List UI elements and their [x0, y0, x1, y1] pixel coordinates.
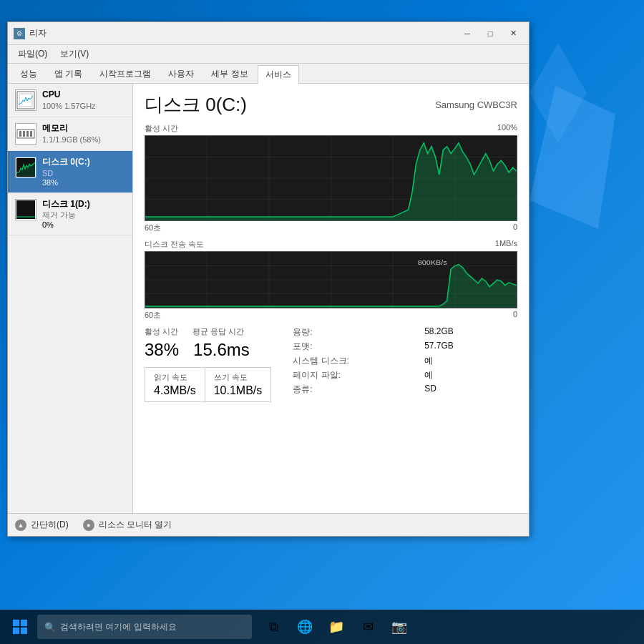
cpu-title: CPU [42, 89, 125, 101]
edge-icon: 🌐 [297, 619, 313, 635]
cpu-sub: 100% 1.57GHz [42, 101, 125, 111]
page-file-value: 예 [424, 369, 517, 381]
close-button[interactable]: ✕ [503, 26, 523, 42]
windows-logo [13, 620, 27, 634]
resource-monitor-icon: ● [83, 519, 94, 531]
active-time-value: 38% [145, 340, 179, 360]
disk1-text: 디스크 1(D:) 제거 가능 0% [42, 199, 125, 229]
svg-rect-9 [16, 200, 35, 219]
page-file-label: 페이지 파알: [293, 369, 413, 381]
maximize-button[interactable]: □ [480, 26, 500, 42]
read-speed-item: 읽기 속도 4.3MB/s [145, 368, 205, 401]
tab-details[interactable]: 세부 정보 [203, 64, 255, 83]
activity-min: 0 [513, 223, 517, 233]
camera-icon: 📷 [391, 619, 407, 635]
write-speed-label: 쓰기 속도 [214, 372, 263, 383]
edge-browser[interactable]: 🌐 [292, 614, 318, 640]
tab-app-history[interactable]: 앱 기록 [47, 64, 90, 83]
sidebar-item-cpu[interactable]: CPU 100% 1.57GHz [8, 84, 132, 117]
write-speed-item: 쓰기 속도 10.1MB/s [205, 368, 271, 401]
disk-title: 디스크 0(C:) [145, 92, 247, 117]
stats-values: 38% 15.6ms [145, 340, 271, 360]
svg-rect-4 [23, 131, 25, 137]
tab-services[interactable]: 서비스 [258, 65, 299, 84]
tab-startup[interactable]: 시작프로그램 [92, 64, 159, 83]
task-view-button[interactable]: ⧉ [260, 614, 286, 640]
title-bar-left: ⚙ 리자 [14, 27, 47, 39]
transfer-max: 1MB/s [495, 239, 517, 250]
search-placeholder: 검색하려면 여기에 입력하세요 [60, 621, 177, 633]
disk0-text: 디스크 0(C:) SD 38% [42, 157, 125, 187]
activity-chart-bottom: 60초 0 [145, 223, 517, 233]
sidebar: CPU 100% 1.57GHz [8, 84, 133, 513]
task-view-icon: ⧉ [269, 620, 278, 635]
taskbar-search[interactable]: 🔍 검색하려면 여기에 입력하세요 [37, 615, 252, 639]
activity-chart-section: 활성 시간 100% [145, 123, 517, 233]
title-bar: ⚙ 리자 ─ □ ✕ [8, 22, 529, 45]
avg-response-value: 15.6ms [193, 340, 250, 360]
transfer-chart-bottom: 60초 0 [145, 310, 517, 321]
disk-model: Samsung CWBC3R [435, 99, 517, 110]
type-value: SD [424, 384, 517, 396]
activity-time: 60초 [145, 223, 161, 233]
mail-app[interactable]: ✉ [355, 614, 381, 640]
transfer-chart-section: 디스크 전송 속도 1MB/s [145, 239, 517, 321]
memory-text: 메모리 1.1/1.9GB (58%) [42, 123, 125, 145]
transfer-chart-labels: 디스크 전송 속도 1MB/s [145, 239, 517, 250]
capacity-value: 58.2GB [424, 326, 517, 338]
cpu-mini-icon [15, 89, 36, 111]
sidebar-item-disk0[interactable]: 디스크 0(C:) SD 38% [8, 151, 132, 193]
start-button[interactable] [6, 613, 34, 641]
disk1-percent: 0% [42, 220, 125, 229]
window-title: 리자 [29, 27, 47, 39]
format-value: 57.7GB [424, 341, 517, 353]
memory-mini-icon [15, 123, 36, 145]
activity-max: 100% [497, 123, 517, 134]
transfer-min: 0 [513, 310, 517, 321]
simple-icon: ▲ [15, 519, 26, 531]
task-manager-window: ⚙ 리자 ─ □ ✕ 파일(O) 보기(V) 성능 앱 기록 시작프로그램 사용… [7, 21, 530, 537]
svg-rect-6 [30, 131, 32, 137]
taskbar-icons: ⧉ 🌐 📁 ✉ 📷 [260, 614, 412, 640]
menu-file[interactable]: 파일(O) [12, 46, 53, 62]
menu-view[interactable]: 보기(V) [54, 46, 94, 62]
mail-icon: ✉ [363, 619, 374, 635]
disk0-percent: 38% [42, 178, 125, 187]
tab-performance[interactable]: 성능 [12, 64, 45, 83]
disk1-title: 디스크 1(D:) [42, 199, 125, 210]
stats-left: 활성 시간 평균 응답 시간 38% 15.6ms 읽기 속도 4.3MB/s [145, 326, 271, 402]
activity-label: 활성 시간 [145, 123, 178, 134]
disk0-sub: SD [42, 168, 125, 178]
avg-response-label: 평균 응답 시간 [192, 326, 244, 337]
disk0-title: 디스크 0(C:) [42, 157, 125, 168]
svg-text:800KB/s: 800KB/s [418, 258, 447, 265]
minimize-button[interactable]: ─ [457, 26, 477, 42]
camera-app[interactable]: 📷 [386, 614, 412, 640]
svg-rect-5 [26, 131, 29, 137]
taskbar: 🔍 검색하려면 여기에 입력하세요 ⧉ 🌐 📁 ✉ 📷 [0, 610, 644, 644]
disk-header: 디스크 0(C:) Samsung CWBC3R [145, 92, 517, 117]
svg-rect-3 [19, 131, 21, 137]
stats-section: 활성 시간 평균 응답 시간 38% 15.6ms 읽기 속도 4.3MB/s [145, 326, 517, 402]
sidebar-item-memory[interactable]: 메모리 1.1/1.9GB (58%) [8, 117, 132, 151]
sidebar-item-disk1[interactable]: 디스크 1(D:) 제거 가능 0% [8, 193, 132, 235]
app-icon: ⚙ [14, 28, 25, 39]
tab-users[interactable]: 사용자 [160, 64, 202, 83]
system-disk-label: 시스템 디스크: [293, 355, 413, 367]
footer-simple[interactable]: ▲ 간단히(D) [15, 519, 69, 531]
write-speed-value: 10.1MB/s [214, 384, 263, 397]
stats-speed-row: 읽기 속도 4.3MB/s 쓰기 속도 10.1MB/s [145, 367, 271, 402]
read-speed-value: 4.3MB/s [154, 384, 196, 397]
svg-rect-0 [17, 92, 34, 109]
read-speed-label: 읽기 속도 [154, 372, 196, 383]
search-icon: 🔍 [44, 622, 56, 633]
transfer-chart: 800KB/s [145, 251, 517, 308]
transfer-label: 디스크 전송 속도 [145, 239, 204, 250]
active-time-label: 활성 시간 [145, 326, 178, 337]
disk0-mini-icon [15, 157, 36, 178]
cpu-text: CPU 100% 1.57GHz [42, 89, 125, 111]
capacity-label: 용량: [293, 326, 413, 338]
footer-resource-monitor[interactable]: ● 리소스 모니터 열기 [83, 519, 172, 531]
folder-icon: 📁 [328, 619, 344, 635]
file-explorer[interactable]: 📁 [323, 614, 349, 640]
